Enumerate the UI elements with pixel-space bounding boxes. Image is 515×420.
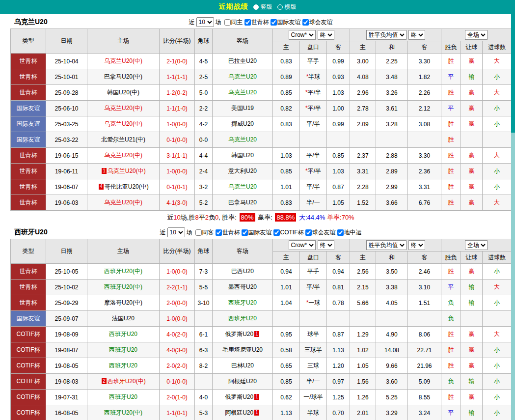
handicap-result-cell: 赢 (461, 342, 483, 358)
results-table: 类型 日期 主场 比分(半场) 角球 客场 Crow*终 胜平负均值终 全场 主… (10, 239, 512, 420)
goals-result-cell (483, 311, 512, 327)
home-handicap-odds: 1.03 (273, 148, 300, 164)
away-win-odds: 8.55 (408, 390, 441, 405)
away-team-name: 巴林U20 (231, 362, 254, 369)
draw-odds: 4.90 (376, 327, 408, 342)
col-header-away-win: 客 (408, 252, 441, 264)
filter-checkbox[interactable] (273, 229, 280, 236)
score: 0-1(0-1) (160, 179, 195, 195)
away-handicap-odds: 0.93 (327, 69, 350, 85)
filter-option[interactable]: 地中运 (337, 228, 362, 237)
away-handicap-odds: 0.87 (327, 179, 350, 195)
avg-odds-select[interactable]: 胜平负均值 (366, 240, 407, 250)
col-header-result: 胜负 (441, 41, 461, 54)
filter-checkbox[interactable] (242, 229, 248, 236)
match-count-select[interactable]: 10 (196, 17, 214, 27)
handicap-result-cell: 赢 (461, 327, 483, 342)
scope-select[interactable]: 全场 (465, 30, 488, 40)
away-handicap-odds: 1.03 (327, 85, 350, 101)
away-handicap-odds: 0.70 (327, 405, 350, 420)
score: 1-2(0-2) (160, 85, 195, 101)
filter-option[interactable]: 球会友谊 (302, 18, 333, 27)
goals-result-cell: 小 (483, 295, 512, 311)
filter-option[interactable]: 国际友谊 (271, 18, 301, 27)
home-team-name: 西班牙U20(中) (104, 409, 142, 416)
odds-company-select[interactable]: Crow* (289, 240, 316, 250)
col-header-result: 胜负 (441, 252, 461, 264)
away-team-name: 阿根廷U20 (225, 409, 253, 416)
score: 1-0(0-0) (160, 264, 195, 280)
odds-company-select[interactable]: Crow* (289, 30, 316, 40)
results-table: 类型 日期 主场 比分(半场) 角球 客场 Crow*终 胜平负均值终 全场 主… (10, 28, 512, 211)
handicap-result-cell: 赢 (461, 101, 483, 116)
corner-score: 4-2 (195, 116, 213, 132)
layout-radio-vertical[interactable]: 竖版 (253, 3, 272, 11)
corner-score: 4-0 (195, 390, 213, 405)
draw-odds: 3.38 (376, 280, 408, 295)
goals-result-cell: 小 (483, 390, 512, 405)
competition-type: 世青杯 (11, 179, 46, 195)
corner-score: 2-5 (195, 69, 213, 85)
avg-final-select[interactable]: 终 (408, 30, 425, 40)
match-count-select[interactable]: 10 (167, 227, 185, 237)
draw-odds: 3.26 (376, 85, 408, 101)
competition-type: COTIF杯 (11, 390, 46, 405)
team-name: 乌克兰U20 (14, 18, 48, 27)
filter-option[interactable]: 同主 (224, 18, 243, 27)
draw-odds: 14.08 (376, 342, 408, 358)
col-header-score: 比分(半场) (160, 239, 195, 264)
summary-text: 10 (173, 214, 180, 221)
summary-text: 80% (240, 213, 255, 222)
filter-option[interactable]: 世青杯 (216, 228, 240, 237)
home-win-odds: 2.78 (350, 101, 376, 116)
filter-option[interactable]: COTIF杯 (273, 228, 304, 237)
score: 1-0(0-0) (160, 116, 195, 132)
away-team: 阿根廷U20 (213, 374, 273, 390)
home-handicap-odds: 0.85 (273, 374, 300, 390)
away-handicap-odds: 1.03 (327, 164, 350, 179)
star-marker: * (305, 105, 308, 112)
summary-text: 近 (167, 213, 173, 222)
summary-text: 8 (195, 214, 198, 221)
score: 1-1(0-1) (160, 405, 195, 420)
filter-checkbox[interactable] (305, 229, 312, 236)
filter-checkbox[interactable] (302, 19, 309, 26)
odds-final-select[interactable]: 终 (318, 240, 334, 250)
layout-radio-horizontal[interactable]: 横版 (277, 3, 297, 11)
col-header-away-odds: 客 (327, 41, 350, 54)
filter-checkbox[interactable] (216, 229, 222, 236)
corner-score: 2-4 (195, 164, 213, 179)
filter-option[interactable]: 同客 (195, 228, 214, 237)
home-team-name: 西班牙U20 (109, 346, 137, 353)
competition-type: 世青杯 (11, 54, 46, 69)
filter-checkbox[interactable] (195, 229, 202, 236)
filter-option[interactable]: 世青杯 (244, 18, 269, 27)
filter-option[interactable]: 球会友谊 (305, 228, 336, 237)
col-header-away-odds: 客 (327, 252, 350, 264)
home-team: 乌克兰U20(中) (87, 116, 160, 132)
scrollbar[interactable] (511, 0, 515, 420)
europe-odds-selects: 胜平负均值终 (350, 29, 441, 41)
filter-checkbox[interactable] (244, 19, 251, 26)
filter-checkbox[interactable] (337, 229, 344, 236)
star-marker: * (306, 299, 309, 306)
filter-checkbox[interactable] (224, 19, 231, 26)
goals-result-cell: 大 (483, 85, 512, 101)
odds-final-select[interactable]: 终 (318, 30, 334, 40)
filter-near-label: 近 (189, 18, 195, 27)
match-date: 19-06-07 (46, 179, 87, 195)
handicap-result-cell: 赢 (461, 164, 483, 179)
filter-checkbox[interactable] (271, 19, 277, 26)
home-team: 法国U20 (87, 311, 160, 327)
avg-final-select[interactable]: 终 (408, 240, 425, 250)
avg-odds-select[interactable]: 胜平负均值 (366, 30, 407, 40)
competition-type: 国际友谊 (11, 311, 46, 327)
radio-selected-icon[interactable] (253, 4, 259, 10)
scope-select[interactable]: 全场 (465, 240, 488, 250)
score: 1-1(1-0) (160, 101, 195, 116)
away-handicap-odds: 1.00 (327, 101, 350, 116)
radio-unselected-icon[interactable] (277, 4, 283, 10)
scrollbar-thumb[interactable] (511, 0, 515, 133)
filter-option[interactable]: 国际友谊 (242, 228, 272, 237)
star-marker: * (305, 89, 308, 96)
